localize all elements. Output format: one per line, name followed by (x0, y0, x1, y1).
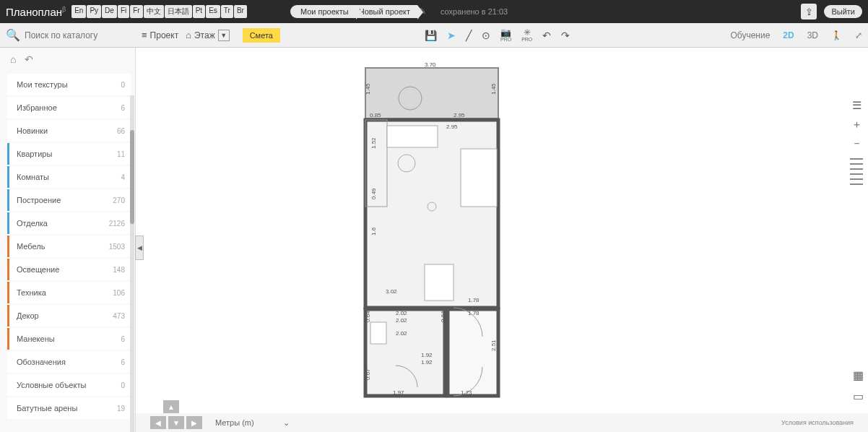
svg-text:1.92: 1.92 (421, 352, 433, 358)
lang-br[interactable]: Br (234, 5, 247, 18)
category-count: 11 (117, 150, 125, 158)
chevron-down-icon: ⌄ (283, 418, 290, 428)
lang-fi[interactable]: Fi (118, 5, 129, 18)
view-2d-tab[interactable]: 2D (783, 30, 794, 40)
home-icon[interactable]: ⌂ (10, 53, 16, 65)
magnet-icon[interactable]: ⊙ (482, 30, 490, 41)
svg-text:2.02: 2.02 (396, 330, 407, 337)
layers-icon[interactable]: ☰ (849, 98, 864, 113)
lang-ru[interactable]: Ру (87, 5, 101, 18)
lang-pt[interactable]: Pt (193, 5, 205, 18)
svg-text:1.92: 1.92 (421, 359, 433, 366)
lang-tr[interactable]: Tr (221, 5, 233, 18)
category-list: Мои текстуры0Избранное6Новинки66Квартиры… (0, 71, 135, 432)
estimate-button[interactable]: Смета (243, 28, 280, 43)
nav-right-button[interactable]: ▶ (186, 416, 202, 429)
category-item[interactable]: Отделка2126 (7, 212, 131, 234)
lang-en[interactable]: En (71, 5, 86, 18)
zoom-slider[interactable] (849, 157, 864, 186)
ruler-icon[interactable]: ▭ (853, 389, 864, 403)
svg-text:1.73: 1.73 (461, 389, 472, 396)
canvas-tools: 💾 ➤ ╱ ⊙ 📷PRO ✳PRO ↶ ↷ (425, 28, 570, 42)
category-item[interactable]: Техника106 (7, 282, 131, 303)
share-icon[interactable]: ⇪ (801, 4, 817, 20)
floorplan[interactable]: 3.70 1.45 1.45 0.85 2.95 2.95 1.52 0.49 … (360, 62, 504, 402)
view-3d-tab[interactable]: 3D (807, 30, 818, 40)
line-tool-icon[interactable]: ╱ (466, 30, 472, 41)
units-dropdown[interactable]: Метры (m)⌄ (215, 418, 290, 428)
undo-icon[interactable]: ↶ (542, 30, 551, 41)
svg-text:1.52: 1.52 (370, 137, 377, 149)
canvas[interactable]: ◀ 3.70 1.45 1.45 0.85 (136, 48, 868, 432)
category-count: 4 (121, 173, 125, 181)
camera-pro-icon[interactable]: 📷PRO (500, 28, 511, 42)
category-item[interactable]: Комнаты4 (7, 166, 131, 188)
sidebar-collapse-icon[interactable]: ◀ (135, 236, 144, 260)
svg-rect-7 (425, 264, 453, 301)
category-label: Квартиры (17, 150, 52, 158)
top-bar: Планопланβ En Ру De Fi Fr 中文 日本語 Pt Es T… (0, 0, 868, 23)
category-item[interactable]: Условные объекты0 (7, 374, 131, 396)
chevron-down-icon: ▼ (218, 30, 230, 41)
app-logo: Планопланβ (6, 6, 66, 18)
category-count: 270 (113, 196, 125, 204)
category-item[interactable]: Манекены6 (7, 328, 131, 350)
pointer-icon[interactable]: ➤ (447, 30, 456, 41)
category-count: 6 (121, 104, 125, 112)
hamburger-icon: ≡ (142, 30, 147, 40)
search-input[interactable] (25, 30, 126, 40)
category-label: Батутные арены (17, 404, 77, 412)
lang-fr[interactable]: Fr (130, 5, 142, 18)
back-icon[interactable]: ↶ (25, 53, 33, 65)
nav-left-button[interactable]: ◀ (150, 416, 166, 429)
svg-text:1.6: 1.6 (370, 227, 377, 236)
redo-icon[interactable]: ↷ (561, 30, 570, 41)
lang-zh[interactable]: 中文 (144, 5, 164, 18)
svg-text:2.95: 2.95 (446, 124, 458, 130)
svg-text:0.64: 0.64 (440, 311, 446, 322)
lang-es[interactable]: Es (206, 5, 220, 18)
svg-text:2.95: 2.95 (453, 112, 465, 118)
floor-menu[interactable]: ⌂Этаж▼ (186, 30, 230, 41)
category-item[interactable]: Мебель1503 (7, 236, 131, 257)
breadcrumb-projects[interactable]: Мои проекты (290, 5, 356, 18)
lang-de[interactable]: De (102, 5, 117, 18)
logout-button[interactable]: Выйти (824, 5, 862, 18)
category-label: Мебель (17, 242, 45, 251)
save-icon[interactable]: 💾 (425, 30, 437, 41)
category-item[interactable]: Мои текстуры0 (7, 74, 131, 95)
svg-text:0.85: 0.85 (370, 112, 381, 118)
category-item[interactable]: Освещение148 (7, 259, 131, 280)
category-item[interactable]: Батутные арены19 (7, 397, 131, 419)
svg-text:0.67: 0.67 (365, 368, 371, 380)
svg-text:3.02: 3.02 (386, 288, 397, 295)
grid-icon[interactable]: ▦ (853, 368, 864, 382)
svg-text:0.49: 0.49 (370, 188, 377, 199)
category-count: 66 (117, 127, 125, 135)
category-label: Новинки (17, 126, 48, 135)
svg-text:0.64: 0.64 (365, 311, 371, 322)
category-label: Комнаты (17, 173, 49, 181)
walk-icon[interactable]: 🚶 (831, 30, 842, 40)
category-item[interactable]: Обозначения6 (7, 351, 131, 373)
category-count: 19 (117, 405, 125, 412)
training-link[interactable]: Обучение (730, 30, 770, 40)
light-pro-icon[interactable]: ✳PRO (521, 28, 532, 42)
project-menu[interactable]: ≡Проект (142, 30, 178, 40)
nav-up-button[interactable]: ▲ (163, 400, 179, 413)
category-item[interactable]: Новинки66 (7, 120, 131, 142)
category-item[interactable]: Построение270 (7, 189, 131, 211)
category-label: Избранное (17, 103, 57, 112)
category-item[interactable]: Избранное6 (7, 97, 131, 118)
category-item[interactable]: Квартиры11 (7, 143, 131, 165)
zoom-in-icon[interactable]: ＋ (849, 117, 864, 131)
zoom-out-icon[interactable]: － (849, 136, 864, 150)
nav-down-button[interactable]: ▼ (168, 416, 184, 429)
fullscreen-icon[interactable]: ⤢ (855, 30, 862, 40)
sidebar-scrollbar[interactable] (130, 95, 134, 432)
lang-ja[interactable]: 日本語 (165, 5, 192, 18)
svg-text:3.70: 3.70 (425, 62, 436, 68)
svg-text:1.45: 1.45 (365, 83, 371, 95)
category-item[interactable]: Декор473 (7, 305, 131, 327)
terms-link[interactable]: Условия использования (781, 419, 854, 426)
